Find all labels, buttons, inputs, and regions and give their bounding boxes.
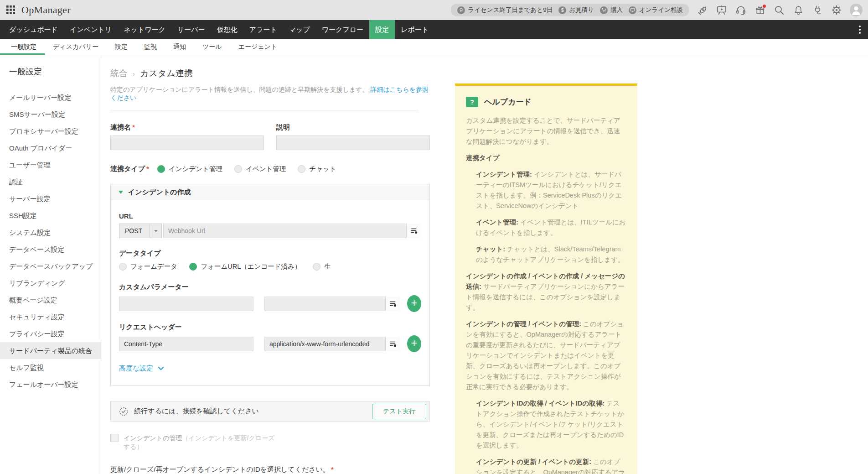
get-quote-link[interactable]: $ お見積り (558, 6, 594, 14)
subnav-tab-tools[interactable]: ツール (194, 39, 230, 55)
advanced-settings-link[interactable]: 高度な設定 (119, 364, 421, 373)
settings-subnav: 一般設定 ディスカバリー 設定 監視 通知 ツール エージェント (0, 39, 868, 55)
sidebar-item-self-monitoring[interactable]: セルフ監視 (0, 359, 101, 376)
nav-tab-settings[interactable]: 設定 (369, 20, 395, 39)
cart-icon (600, 6, 608, 14)
manage-incident-checkbox[interactable] (110, 434, 119, 442)
sidebar-item-third-party-integrations[interactable]: サードパーティ製品の統合 (0, 342, 101, 359)
header-value-input[interactable] (264, 337, 400, 351)
description-input[interactable] (276, 135, 430, 150)
field-picker-icon[interactable] (385, 337, 400, 351)
breadcrumb: 統合 › カスタム連携 (110, 68, 430, 79)
main-navigation: ダッシュボード インベントリ ネットワーク サーバー 仮想化 アラート マップ … (0, 20, 868, 39)
chevron-down-icon (150, 224, 161, 238)
online-consult-link[interactable]: オンライン相談 (629, 6, 683, 14)
main-content: 統合 › カスタム連携 特定のアプリケーションにアラート情報を送信し、問題の追跡… (101, 55, 868, 474)
gift-badge (763, 5, 766, 8)
nav-tab-alerts[interactable]: アラート (243, 20, 283, 39)
help-paragraph: インシデントの更新 / イベントの更新: このオプションを設定すると、OpMan… (466, 457, 626, 474)
add-header-button[interactable]: + (407, 335, 421, 352)
field-picker-icon[interactable] (385, 297, 400, 311)
sidebar-item-security-settings[interactable]: セキュリティ設定 (0, 308, 101, 325)
app-logo[interactable]: OpManager (21, 4, 71, 16)
help-paragraph: インシデントの管理 / イベントの管理: このオプションを有効にすると、OpMa… (466, 319, 626, 392)
test-hint-text: 続行するには、接続を確認してください (134, 407, 259, 416)
user-avatar[interactable] (850, 4, 863, 16)
sidebar-item-mail-server[interactable]: メールサーバー設定 (0, 89, 101, 106)
help-card-title: ヘルプカード (484, 97, 532, 107)
license-days-remaining[interactable]: ライセンス終了日まであと9日 (457, 6, 553, 14)
collapse-caret-icon (119, 191, 123, 194)
radio-form-url-encoded[interactable]: フォームURL（エンコード済み） (189, 262, 301, 271)
sidebar-heading: 一般設定 (9, 66, 101, 77)
help-paragraph: チャット: チャットとは、Slack/Teams/Telegramのようなチャッ… (466, 244, 626, 265)
radio-selected-icon (157, 165, 165, 173)
sidebar-item-server-settings[interactable]: サーバー設定 (0, 190, 101, 207)
page-description: 特定のアプリケーションにアラート情報を送信し、問題の追跡と早期解決を支援します。… (110, 86, 430, 102)
plug-icon[interactable] (811, 4, 823, 16)
gear-icon[interactable] (831, 4, 842, 16)
nav-tab-network[interactable]: ネットワーク (118, 20, 171, 39)
sidebar-item-privacy-settings[interactable]: プライバシー設定 (0, 325, 101, 342)
sidebar-item-ssh-settings[interactable]: SSH設定 (0, 207, 101, 224)
nav-tab-server[interactable]: サーバー (171, 20, 211, 39)
radio-incident-management[interactable]: インシデント管理 (157, 165, 222, 173)
sidebar-item-authentication[interactable]: 認証 (0, 173, 101, 190)
sidebar-item-proxy-server[interactable]: プロキシサーバー設定 (0, 123, 101, 140)
subnav-tab-notification[interactable]: 通知 (165, 39, 194, 55)
bell-icon[interactable] (792, 4, 804, 16)
sidebar-item-failover-settings[interactable]: フェールオーバー設定 (0, 376, 101, 393)
radio-event-management[interactable]: イベント管理 (234, 165, 286, 173)
nav-tab-inventory[interactable]: インベントリ (64, 20, 118, 39)
help-paragraph: インシデント管理: インシデントとは、サードパーティーのITSMツールにおけるチ… (466, 169, 626, 211)
subnav-tab-general[interactable]: 一般設定 (0, 39, 45, 55)
add-param-button[interactable]: + (407, 295, 421, 312)
webhook-url-input[interactable] (163, 224, 421, 238)
search-icon[interactable] (773, 4, 785, 16)
app-grid-icon[interactable] (6, 5, 16, 15)
incident-creation-panel-header[interactable]: インシデントの作成 (111, 184, 429, 200)
radio-icon (119, 263, 127, 271)
purchase-link[interactable]: 購入 (600, 6, 623, 14)
description-label: 説明 (276, 123, 430, 132)
nav-overflow-menu-icon[interactable] (859, 20, 861, 39)
nav-tab-reports[interactable]: レポート (395, 20, 434, 39)
radio-form-data[interactable]: フォームデータ (119, 262, 177, 271)
sidebar-item-database-settings[interactable]: データベース設定 (0, 241, 101, 258)
radio-raw[interactable]: 生 (313, 262, 331, 271)
settings-sidebar: 一般設定 メールサーバー設定 SMSサーバー設定 プロキシサーバー設定 OAut… (0, 55, 101, 474)
subnav-tab-configuration[interactable]: 設定 (107, 39, 136, 55)
param-key-input[interactable] (119, 297, 253, 311)
subnav-tab-discovery[interactable]: ディスカバリー (45, 39, 107, 55)
nav-tab-maps[interactable]: マップ (283, 20, 316, 39)
field-picker-icon[interactable] (406, 224, 421, 238)
integration-name-label: 連携名* (110, 123, 264, 132)
header-key-input[interactable] (119, 337, 253, 351)
integration-name-input[interactable] (110, 135, 264, 150)
run-test-button[interactable]: テスト実行 (372, 404, 426, 419)
gift-icon[interactable] (754, 4, 766, 16)
sidebar-item-sms-server[interactable]: SMSサーバー設定 (0, 106, 101, 123)
sidebar-item-system-settings[interactable]: システム設定 (0, 224, 101, 241)
sidebar-item-summary-page[interactable]: 概要ページ設定 (0, 292, 101, 308)
data-type-options: フォームデータ フォームURL（エンコード済み） 生 (119, 262, 421, 271)
presentation-icon[interactable] (716, 4, 728, 16)
nav-tab-workflow[interactable]: ワークフロー (316, 20, 369, 39)
subnav-tab-agent[interactable]: エージェント (230, 39, 286, 55)
nav-tab-dashboard[interactable]: ダッシュボード (3, 20, 64, 39)
headset-icon[interactable] (735, 4, 747, 16)
page-title: カスタム連携 (140, 68, 193, 79)
param-value-input[interactable] (264, 297, 400, 311)
rocket-icon[interactable] (697, 4, 708, 16)
sidebar-item-rebranding[interactable]: リブランディング (0, 275, 101, 292)
breadcrumb-integrations[interactable]: 統合 (110, 68, 128, 79)
subnav-tab-monitoring[interactable]: 監視 (136, 39, 165, 55)
custom-param-row: + (119, 295, 421, 312)
nav-tab-virtualization[interactable]: 仮想化 (211, 20, 243, 39)
sidebar-item-oauth-provider[interactable]: OAuth プロバイダー (0, 140, 101, 156)
sidebar-item-database-backup[interactable]: データベースバックアップ (0, 258, 101, 275)
radio-icon (234, 165, 242, 173)
http-method-select[interactable]: POST (119, 224, 162, 238)
sidebar-item-user-management[interactable]: ユーザー管理 (0, 156, 101, 173)
radio-chat[interactable]: チャット (298, 165, 336, 173)
